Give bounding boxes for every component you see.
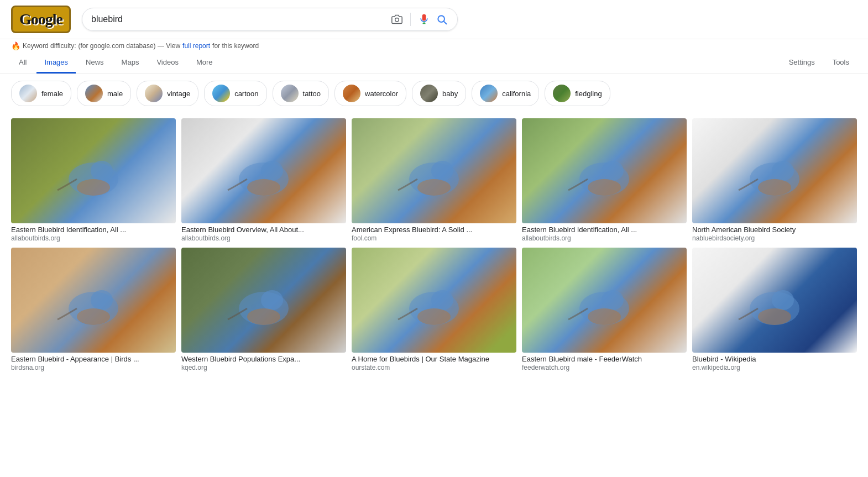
kw-suffix: for this keyword: [212, 42, 259, 50]
chip-baby[interactable]: baby: [412, 81, 466, 106]
tab-tools[interactable]: Tools: [825, 53, 857, 74]
chip-img-fledgling: [553, 85, 571, 102]
chip-img-baby: [420, 85, 438, 102]
chip-label-tattoo: tattoo: [303, 90, 321, 98]
tab-settings[interactable]: Settings: [781, 53, 823, 74]
chip-vintage[interactable]: vintage: [137, 81, 198, 106]
chip-img-male: [85, 85, 103, 102]
divider: [410, 13, 411, 26]
svg-point-16: [417, 179, 451, 196]
tab-all[interactable]: All: [11, 53, 34, 74]
img-source-2: allaboutbirds.org: [181, 234, 346, 242]
image-item-7[interactable]: Western Bluebird Populations Expa...kqed…: [181, 248, 346, 371]
image-item-3[interactable]: American Express Bluebird: A Solid ...fo…: [352, 118, 516, 242]
chip-cartoon[interactable]: cartoon: [204, 81, 266, 106]
chip-label-watercolor: watercolor: [365, 90, 398, 98]
svg-point-27: [91, 290, 113, 310]
svg-point-19: [602, 161, 624, 181]
search-submit-button[interactable]: [435, 13, 448, 26]
chip-img-california: [480, 85, 498, 102]
svg-point-8: [77, 179, 110, 196]
svg-point-28: [77, 308, 110, 325]
image-item-5[interactable]: North American Bluebird Societynabluebir…: [692, 118, 857, 242]
img-title-1: Eastern Bluebird Identification, All ...: [11, 226, 176, 234]
chip-img-female: [19, 85, 37, 102]
image-item-1[interactable]: Eastern Bluebird Identification, All ...…: [11, 118, 176, 242]
chip-label-california: california: [502, 90, 531, 98]
chip-fledgling[interactable]: fledgling: [545, 81, 610, 106]
svg-point-7: [91, 161, 113, 181]
chip-california[interactable]: california: [472, 81, 539, 106]
svg-point-24: [758, 179, 791, 196]
img-source-6: birdsna.org: [11, 364, 176, 371]
tab-images[interactable]: Images: [36, 53, 76, 74]
img-placeholder-8: [352, 248, 516, 353]
img-placeholder-7: [181, 248, 346, 353]
img-title-7: Western Bluebird Populations Expa...: [181, 355, 346, 363]
camera-search-button[interactable]: [390, 13, 404, 26]
image-item-9[interactable]: Eastern Bluebird male - FeederWatchfeede…: [522, 248, 687, 371]
tab-maps[interactable]: Maps: [114, 53, 147, 74]
kw-link[interactable]: full report: [182, 42, 210, 50]
svg-point-39: [602, 290, 624, 310]
chip-label-vintage: vintage: [167, 90, 190, 98]
img-placeholder-1: [11, 118, 176, 223]
kw-icon: 🔥: [11, 41, 20, 50]
chip-male[interactable]: male: [77, 81, 131, 106]
img-title-10: Bluebird - Wikipedia: [692, 355, 857, 363]
image-row-0: Eastern Bluebird Identification, All ...…: [11, 118, 857, 242]
img-placeholder-5: [692, 118, 857, 223]
search-bar-wrapper: [82, 8, 458, 31]
chip-tattoo[interactable]: tattoo: [273, 81, 330, 106]
svg-point-0: [395, 18, 399, 22]
chip-img-vintage: [145, 85, 163, 102]
tab-news[interactable]: News: [78, 53, 112, 74]
search-bar: [82, 8, 458, 31]
logo-area: Google: [11, 6, 71, 33]
img-title-2: Eastern Bluebird Overview, All About...: [181, 226, 346, 234]
image-row-1: Eastern Bluebird - Appearance | Birds ..…: [11, 248, 857, 371]
svg-point-44: [758, 308, 791, 325]
svg-point-11: [261, 161, 283, 181]
chip-img-watercolor: [343, 85, 360, 102]
svg-point-12: [247, 179, 280, 196]
img-source-3: fool.com: [352, 234, 516, 242]
img-placeholder-2: [181, 118, 346, 223]
search-input[interactable]: [91, 14, 386, 24]
svg-line-4: [444, 22, 447, 24]
image-item-6[interactable]: Eastern Bluebird - Appearance | Birds ..…: [11, 248, 176, 371]
image-item-8[interactable]: A Home for Bluebirds | Our State Magazin…: [352, 248, 516, 371]
img-placeholder-6: [11, 248, 176, 353]
svg-point-31: [261, 290, 283, 310]
img-placeholder-9: [522, 248, 687, 353]
img-placeholder-3: [352, 118, 516, 223]
image-grid: Eastern Bluebird Identification, All ...…: [0, 113, 868, 382]
nav-tabs: All Images News Maps Videos More Setting…: [0, 50, 868, 74]
kw-detail: (for google.com database) — View: [79, 42, 181, 50]
img-source-10: en.wikipedia.org: [692, 364, 857, 371]
chip-label-fledgling: fledgling: [575, 90, 602, 98]
tab-videos[interactable]: Videos: [149, 53, 186, 74]
chip-watercolor[interactable]: watercolor: [334, 81, 406, 106]
svg-point-20: [588, 179, 621, 196]
tab-more[interactable]: More: [189, 53, 221, 74]
img-source-5: nabluebirdsociety.org: [692, 234, 857, 242]
img-title-4: Eastern Bluebird Identification, All ...: [522, 226, 687, 234]
image-item-4[interactable]: Eastern Bluebird Identification, All ...…: [522, 118, 687, 242]
img-source-1: allaboutbirds.org: [11, 234, 176, 242]
img-title-3: American Express Bluebird: A Solid ...: [352, 226, 516, 234]
image-item-10[interactable]: Bluebird - Wikipediaen.wikipedia.org: [692, 248, 857, 371]
svg-point-23: [772, 161, 794, 181]
svg-point-32: [247, 308, 280, 325]
voice-search-button[interactable]: [417, 13, 431, 26]
img-source-7: kqed.org: [181, 364, 346, 371]
svg-point-43: [772, 290, 794, 310]
chip-female[interactable]: female: [11, 81, 71, 106]
img-title-9: Eastern Bluebird male - FeederWatch: [522, 355, 687, 363]
image-item-2[interactable]: Eastern Bluebird Overview, All About...a…: [181, 118, 346, 242]
img-placeholder-4: [522, 118, 687, 223]
svg-point-40: [588, 308, 621, 325]
chip-label-baby: baby: [442, 90, 458, 98]
google-logo[interactable]: Google: [11, 6, 71, 33]
keyword-difficulty-bar: 🔥 Keyword difficulty: (for google.com da…: [0, 39, 868, 50]
